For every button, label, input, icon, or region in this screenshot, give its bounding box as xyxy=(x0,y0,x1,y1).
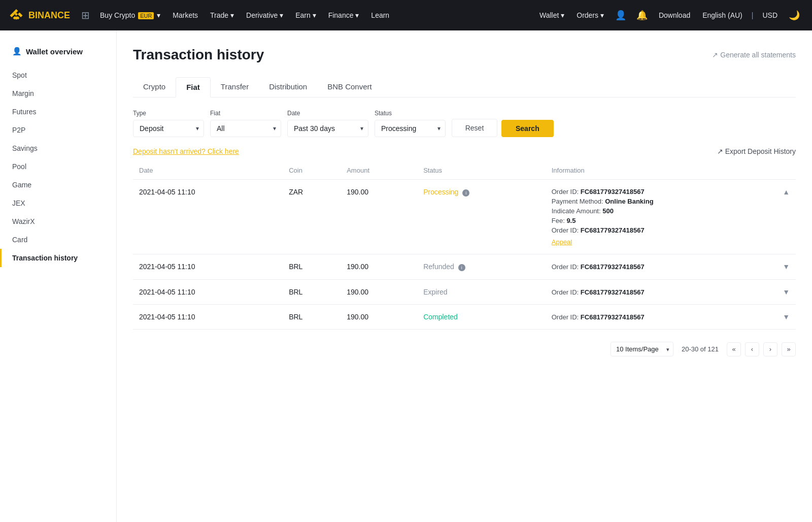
tab-fiat[interactable]: Fiat xyxy=(176,77,211,97)
nav-orders[interactable]: Orders ▾ xyxy=(571,11,609,19)
nav-language[interactable]: English (AU) xyxy=(697,11,748,19)
cell-date: 2021-04-05 11:10 xyxy=(133,180,283,254)
status-filter-group: Status Processing Completed Refunded Exp… xyxy=(375,110,446,137)
status-badge: Completed xyxy=(423,313,458,321)
cell-coin: BRL xyxy=(283,280,341,305)
cell-amount: 190.00 xyxy=(341,180,417,254)
transactions-table: Date Coin Amount Status Information 2021… xyxy=(133,161,796,330)
table-row: 2021-04-05 11:10 BRL 190.00 Refunded i ▼… xyxy=(133,254,796,280)
nav-currency[interactable]: USD xyxy=(757,11,783,19)
export-deposit-history-link[interactable]: ↗ Export Deposit History xyxy=(717,147,796,155)
status-info-icon[interactable]: i xyxy=(458,264,465,271)
fiat-select[interactable]: All ZAR BRL EUR USD xyxy=(210,120,281,137)
sidebar-item-card[interactable]: Card xyxy=(0,231,116,249)
page-range: 20-30 of 121 xyxy=(682,345,719,353)
export-icon: ↗ xyxy=(712,51,718,59)
main-content: Transaction history ↗ Generate all state… xyxy=(117,30,812,522)
sidebar-item-margin[interactable]: Margin xyxy=(0,84,116,103)
sidebar: 👤 Wallet overview Spot Margin Futures P2… xyxy=(0,30,117,522)
sidebar-item-futures[interactable]: Futures xyxy=(0,103,116,121)
date-filter-group: Date Past 30 days Past 7 days Past 90 da… xyxy=(287,110,368,137)
table-toolbar: Deposit hasn't arrived? Click here ↗ Exp… xyxy=(133,147,796,155)
nav-trade[interactable]: Trade ▾ xyxy=(205,11,239,19)
type-label: Type xyxy=(133,110,204,117)
info-fee: Fee: 9.5 xyxy=(552,217,790,224)
row-toggle-icon[interactable]: ▼ xyxy=(783,288,790,296)
nav-buy-crypto[interactable]: Buy Crypto EUR ▾ xyxy=(95,11,165,19)
sidebar-item-wazirx[interactable]: WazirX xyxy=(0,212,116,231)
tab-crypto[interactable]: Crypto xyxy=(133,77,176,97)
tab-transfer[interactable]: Transfer xyxy=(211,77,259,97)
table-row: 2021-04-05 11:10 BRL 190.00 Completed ▼ … xyxy=(133,305,796,330)
cell-coin: ZAR xyxy=(283,180,341,254)
col-amount: Amount xyxy=(341,161,417,180)
reset-button[interactable]: Reset xyxy=(452,119,497,137)
cell-amount: 190.00 xyxy=(341,254,417,280)
last-page-button[interactable]: » xyxy=(782,342,796,356)
prev-page-button[interactable]: ‹ xyxy=(745,342,759,356)
col-coin: Coin xyxy=(283,161,341,180)
cell-date: 2021-04-05 11:10 xyxy=(133,305,283,330)
deposit-not-arrived-link[interactable]: Deposit hasn't arrived? Click here xyxy=(133,147,239,155)
sidebar-item-jex[interactable]: JEX xyxy=(0,194,116,212)
generate-statements-link[interactable]: ↗ Generate all statements xyxy=(712,51,796,59)
info-payment-method: Payment Method: Online Banking xyxy=(552,198,790,205)
sidebar-item-pool[interactable]: Pool xyxy=(0,157,116,176)
row-toggle-icon[interactable]: ▼ xyxy=(783,263,790,271)
next-page-button[interactable]: › xyxy=(763,342,777,356)
table-row: 2021-04-05 11:10 BRL 190.00 Expired ▼ Or… xyxy=(133,280,796,305)
table-row: 2021-04-05 11:10 ZAR 190.00 Processing i… xyxy=(133,180,796,254)
sidebar-title: 👤 Wallet overview xyxy=(0,43,116,66)
moon-icon[interactable]: 🌙 xyxy=(785,10,804,21)
col-information: Information xyxy=(546,161,796,180)
first-page-button[interactable]: « xyxy=(727,342,741,356)
nav-right-section: Wallet ▾ Orders ▾ 👤 🔔 Download English (… xyxy=(534,10,804,21)
cell-status: Expired xyxy=(417,280,546,305)
row-toggle-icon[interactable]: ▲ xyxy=(783,188,790,196)
col-status: Status xyxy=(417,161,546,180)
type-select[interactable]: Deposit Withdrawal xyxy=(133,120,204,137)
page-header: Transaction history ↗ Generate all state… xyxy=(133,47,796,63)
pagination: 10 Items/Page 20 Items/Page 50 Items/Pag… xyxy=(133,342,796,365)
type-select-wrapper: Deposit Withdrawal xyxy=(133,120,204,137)
profile-icon[interactable]: 👤 xyxy=(611,10,630,21)
col-date: Date xyxy=(133,161,283,180)
logo-text: BINANCE xyxy=(28,10,70,21)
cell-information: ▼ Order ID: FC681779327418567 xyxy=(546,254,796,280)
status-badge: Expired xyxy=(423,288,447,296)
per-page-select[interactable]: 10 Items/Page 20 Items/Page 50 Items/Pag… xyxy=(611,342,673,356)
sidebar-item-savings[interactable]: Savings xyxy=(0,139,116,157)
sidebar-item-spot[interactable]: Spot xyxy=(0,66,116,84)
cell-date: 2021-04-05 11:10 xyxy=(133,280,283,305)
cell-information: ▲ Order ID: FC681779327418567 Payment Me… xyxy=(546,180,796,254)
nav-derivative[interactable]: Derivative ▾ xyxy=(241,11,288,19)
nav-finance[interactable]: Finance ▾ xyxy=(323,11,364,19)
top-navigation: BINANCE ⊞ Buy Crypto EUR ▾ Markets Trade… xyxy=(0,0,812,30)
tab-distribution[interactable]: Distribution xyxy=(259,77,317,97)
cell-status: Processing i xyxy=(417,180,546,254)
status-select[interactable]: Processing Completed Refunded Expired Fa… xyxy=(375,120,446,137)
info-order-id-2: Order ID: FC681779327418567 xyxy=(552,226,790,234)
nav-learn[interactable]: Learn xyxy=(366,11,394,19)
nav-download[interactable]: Download xyxy=(654,11,695,19)
row-toggle-icon[interactable]: ▼ xyxy=(783,313,790,321)
status-badge: Refunded xyxy=(423,263,454,271)
notification-icon[interactable]: 🔔 xyxy=(632,10,652,21)
nav-wallet[interactable]: Wallet ▾ xyxy=(534,11,569,19)
tab-bnb-convert[interactable]: BNB Convert xyxy=(317,77,382,97)
fiat-filter-group: Fiat All ZAR BRL EUR USD xyxy=(210,110,281,137)
date-select[interactable]: Past 30 days Past 7 days Past 90 days Cu… xyxy=(287,120,368,137)
grid-menu-button[interactable]: ⊞ xyxy=(78,7,93,23)
nav-earn[interactable]: Earn ▾ xyxy=(290,11,321,19)
appeal-link[interactable]: Appeal xyxy=(552,238,572,246)
sidebar-item-transaction-history[interactable]: Transaction history xyxy=(0,249,116,267)
sidebar-item-p2p[interactable]: P2P xyxy=(0,121,116,139)
cell-information: ▼ Order ID: FC681779327418567 xyxy=(546,305,796,330)
search-button[interactable]: Search xyxy=(501,120,554,137)
nav-markets[interactable]: Markets xyxy=(167,11,203,19)
cell-date: 2021-04-05 11:10 xyxy=(133,254,283,280)
filter-actions: Reset Search xyxy=(452,119,554,137)
status-info-icon[interactable]: i xyxy=(462,189,469,197)
logo[interactable]: BINANCE xyxy=(8,7,70,23)
sidebar-item-game[interactable]: Game xyxy=(0,176,116,194)
